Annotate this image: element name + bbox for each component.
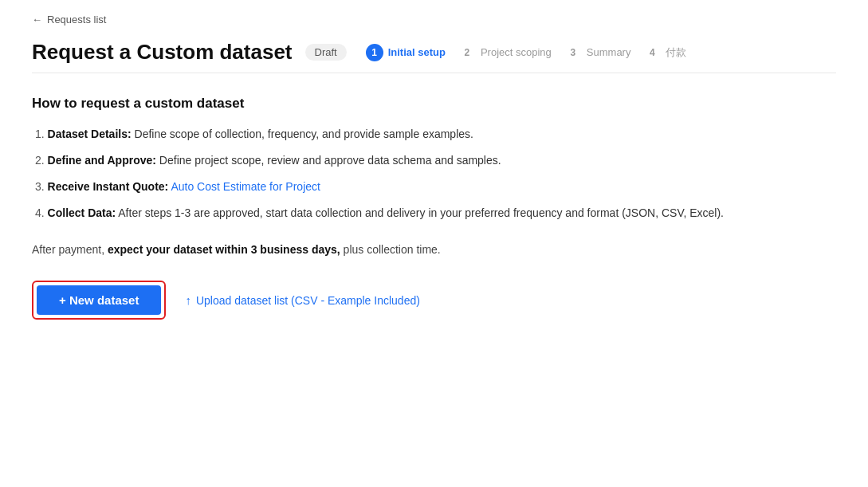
step-1-number: 1 [366,44,383,61]
step-2-label: Project scoping [481,46,552,58]
step-4-label: 付款 [666,45,686,60]
step-bold: Receive Instant Quote: [48,180,169,193]
header-row: Request a Custom dataset Draft 1 Initial… [32,40,836,65]
stepper: 1 Initial setup 2 Project scoping 3 Summ… [366,44,687,61]
page-title: Request a Custom dataset [32,40,293,65]
step-text: Define project scope, review and approve… [156,154,501,167]
new-dataset-btn-highlight: + New dataset [32,281,166,320]
actions-row: + New dataset ↑ Upload dataset list (CSV… [32,281,836,320]
list-item: 1. Dataset Details: Define scope of coll… [32,126,836,143]
list-item: 2. Define and Approve: Define project sc… [32,152,836,169]
step-num: 4. [35,206,48,219]
upload-icon: ↑ [185,293,191,307]
draft-badge: Draft [305,44,347,61]
how-to-steps-list: 1. Dataset Details: Define scope of coll… [32,126,836,222]
step-3-label: Summary [587,46,631,58]
step-bold: Collect Data: [48,206,116,219]
step-num: 2. [35,154,48,167]
step-bold: Dataset Details: [48,128,132,140]
after-payment-bold: expect your dataset within 3 business da… [108,243,340,256]
step-4[interactable]: 4 付款 [643,44,686,61]
back-link[interactable]: ← Requests list [32,14,106,26]
step-num: 3. [35,180,48,193]
auto-cost-link[interactable]: Auto Cost Estimate for Project [171,180,320,193]
upload-link-label: Upload dataset list (CSV - Example Inclu… [196,294,420,307]
step-3[interactable]: 3 Summary [564,44,631,61]
back-arrow-icon: ← [32,14,42,26]
step-3-number: 3 [564,44,582,61]
step-num: 1. [35,128,48,140]
list-item: 3. Receive Instant Quote: Auto Cost Esti… [32,179,836,195]
step-bold: Define and Approve: [48,154,156,167]
upload-link[interactable]: ↑ Upload dataset list (CSV - Example Inc… [185,293,419,307]
after-payment-suffix: plus collection time. [340,243,441,256]
section-title: How to request a custom dataset [32,96,836,112]
list-item: 4. Collect Data: After steps 1-3 are app… [32,205,836,222]
step-text: After steps 1-3 are approved, start data… [116,206,724,219]
header-divider [32,73,836,73]
step-4-number: 4 [643,44,661,61]
step-2[interactable]: 2 Project scoping [458,44,552,61]
step-1-label: Initial setup [388,46,446,58]
after-payment-prefix: After payment, [32,243,108,256]
new-dataset-button[interactable]: + New dataset [37,285,161,315]
step-2-number: 2 [458,44,476,61]
back-link-label: Requests list [47,14,106,26]
step-1[interactable]: 1 Initial setup [366,44,446,61]
after-payment-text: After payment, expect your dataset withi… [32,241,836,258]
step-text: Define scope of collection, frequency, a… [132,128,473,140]
